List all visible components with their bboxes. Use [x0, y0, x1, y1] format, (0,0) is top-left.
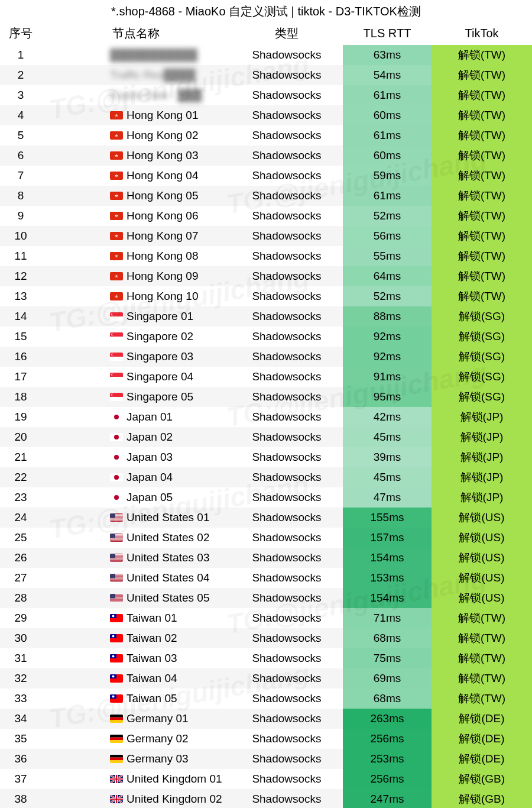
- cell-rtt: 54ms: [343, 65, 432, 85]
- svg-rect-99: [110, 738, 123, 741]
- jp-flag-icon: [110, 473, 123, 481]
- cell-tiktok: 解锁(TW): [432, 608, 532, 628]
- node-label: Singapore 01: [126, 310, 193, 323]
- table-row: 21Japan 03Shadowsocks39ms解锁(JP): [0, 447, 532, 467]
- cell-index: 27: [0, 568, 41, 588]
- cell-rtt: 60ms: [343, 146, 432, 166]
- svg-point-35: [114, 455, 119, 460]
- sg-flag-icon: [110, 332, 123, 341]
- table-row: 28United States 05Shadowsocks154ms解锁(US): [0, 588, 532, 608]
- cell-tiktok: 解锁(TW): [432, 166, 532, 186]
- node-label: United States 04: [126, 571, 209, 584]
- cell-index: 6: [0, 146, 41, 166]
- table-row: 22Japan 04Shadowsocks45ms解锁(JP): [0, 467, 532, 487]
- node-label: Japan 02: [126, 431, 173, 444]
- svg-rect-70: [110, 581, 123, 581]
- cell-index: 35: [0, 729, 41, 749]
- de-flag-icon: [110, 715, 123, 723]
- cell-index: 19: [0, 407, 41, 427]
- cell-index: 15: [0, 327, 41, 347]
- cell-name: Taiwan 03: [41, 648, 231, 668]
- cell-tiktok: 解锁(TW): [432, 105, 532, 125]
- cell-type: Shadowsocks: [231, 266, 343, 286]
- cell-index: 14: [0, 306, 41, 327]
- svg-rect-55: [110, 534, 115, 538]
- svg-point-17: [112, 333, 115, 336]
- cell-tiktok: 解锁(DE): [432, 749, 532, 769]
- node-label: United States 01: [126, 511, 209, 524]
- node-label: Hong Kong 01: [126, 109, 199, 122]
- svg-rect-100: [110, 740, 123, 743]
- svg-rect-98: [110, 735, 123, 738]
- svg-rect-96: [110, 717, 123, 720]
- tw-flag-icon: [110, 654, 123, 662]
- cell-name: United States 03: [41, 548, 231, 568]
- cell-type: Shadowsocks: [231, 286, 343, 306]
- cell-type: Shadowsocks: [231, 85, 343, 105]
- cell-name: Germany 03: [41, 749, 231, 769]
- svg-rect-45: [110, 519, 123, 520]
- cell-tiktok: 解锁(DE): [432, 709, 532, 729]
- node-label: ███████████: [110, 49, 197, 61]
- svg-rect-69: [110, 580, 123, 580]
- cell-rtt: 154ms: [343, 588, 432, 608]
- table-row: 8Hong Kong 05Shadowsocks61ms解锁(TW): [0, 186, 532, 206]
- cell-rtt: 153ms: [343, 568, 432, 588]
- sg-flag-icon: [110, 393, 123, 401]
- hk-flag-icon: [110, 212, 123, 220]
- cell-name: United States 04: [41, 568, 231, 588]
- svg-rect-47: [110, 513, 115, 518]
- cell-index: 5: [0, 125, 41, 146]
- cell-name: Japan 04: [41, 467, 231, 487]
- svg-point-21: [112, 353, 115, 356]
- cell-name: Hong Kong 04: [41, 166, 231, 186]
- svg-point-13: [112, 313, 115, 316]
- cell-tiktok: 解锁(SG): [432, 367, 532, 387]
- node-label: United States 02: [126, 531, 209, 544]
- cell-type: Shadowsocks: [231, 206, 343, 226]
- tw-flag-icon: [110, 694, 123, 703]
- table-row: 12Hong Kong 09Shadowsocks64ms解锁(TW): [0, 266, 532, 286]
- node-label: Taiwan 03: [126, 652, 177, 665]
- cell-name: Singapore 02: [41, 327, 231, 347]
- cell-rtt: 88ms: [343, 306, 432, 327]
- node-label: Singapore 03: [126, 350, 193, 363]
- cell-tiktok: 解锁(TW): [432, 648, 532, 668]
- hk-flag-icon: [110, 292, 123, 300]
- node-label: Japan 03: [126, 451, 173, 464]
- hk-flag-icon: [110, 131, 123, 140]
- de-flag-icon: [110, 755, 123, 763]
- svg-rect-23: [110, 377, 123, 381]
- cell-index: 1: [0, 45, 41, 65]
- col-header-index: 序号: [0, 22, 41, 45]
- cell-rtt: 68ms: [343, 689, 432, 709]
- cell-rtt: 92ms: [343, 327, 432, 347]
- cell-rtt: 45ms: [343, 427, 432, 447]
- cell-rtt: 92ms: [343, 347, 432, 367]
- svg-point-88: [112, 655, 115, 658]
- cell-type: Shadowsocks: [231, 487, 343, 508]
- cell-tiktok: 解锁(TW): [432, 689, 532, 709]
- cell-tiktok: 解锁(TW): [432, 246, 532, 266]
- cell-name: Hong Kong 06: [41, 206, 231, 226]
- cell-type: Shadowsocks: [231, 306, 343, 327]
- node-label: Hong Kong 09: [126, 270, 199, 283]
- cell-index: 4: [0, 105, 41, 125]
- cell-name: Taiwan 02: [41, 628, 231, 648]
- cell-type: Shadowsocks: [231, 327, 343, 347]
- table-row: 16Singapore 03Shadowsocks92ms解锁(SG): [0, 347, 532, 367]
- cell-index: 24: [0, 508, 41, 528]
- cell-name: Hong Kong 01: [41, 105, 231, 125]
- node-label: United Kingdom 02: [126, 793, 222, 806]
- cell-tiktok: 解锁(JP): [432, 487, 532, 508]
- cell-type: Shadowsocks: [231, 166, 343, 186]
- jp-flag-icon: [110, 413, 123, 421]
- node-label: Singapore 04: [126, 370, 193, 383]
- table-row: 25United States 02Shadowsocks157ms解锁(US): [0, 528, 532, 548]
- jp-flag-icon: [110, 433, 123, 441]
- cell-tiktok: 解锁(US): [432, 508, 532, 528]
- cell-type: Shadowsocks: [231, 367, 343, 387]
- cell-index: 31: [0, 648, 41, 668]
- table-row: 32Taiwan 04Shadowsocks69ms解锁(TW): [0, 668, 532, 689]
- cell-tiktok: 解锁(JP): [432, 447, 532, 467]
